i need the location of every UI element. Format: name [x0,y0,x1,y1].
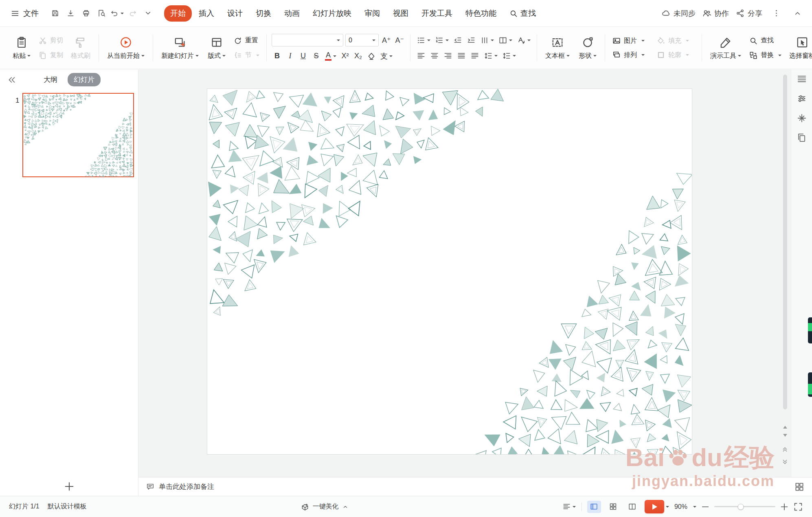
tab-review[interactable]: 审阅 [358,5,386,22]
app-grid-button[interactable] [794,482,805,492]
tab-outline[interactable]: 大纲 [37,73,64,86]
numbered-list-button[interactable] [434,34,450,46]
settings-panel-button[interactable] [797,93,807,104]
line-spacing-button[interactable] [483,50,499,62]
notes-placeholder[interactable]: 单击此处添加备注 [159,482,214,491]
clear-format-button[interactable] [366,50,377,62]
notes-bar[interactable]: 单击此处添加备注 [138,477,812,496]
previous-slide-button[interactable] [781,445,789,453]
save-button[interactable] [48,7,62,20]
zoom-slider[interactable] [714,506,775,507]
slide-sorter-view-button[interactable] [606,501,620,513]
tab-slideshow[interactable]: 幻灯片放映 [307,5,358,22]
play-button[interactable] [645,500,664,513]
layout-button[interactable]: 版式 [204,29,229,66]
tab-slides[interactable]: 幻灯片 [68,73,101,86]
paragraph-layout-button[interactable] [497,34,514,46]
zoom-slider-handle[interactable] [737,504,744,510]
undo-button[interactable] [110,7,124,20]
scroll-up-button[interactable] [783,426,787,429]
resource-panel-button[interactable] [797,132,807,143]
more-options-button[interactable] [769,7,783,20]
print-button[interactable] [79,7,93,20]
text-columns-button[interactable] [479,34,495,46]
notes-toggle-button[interactable] [562,501,576,513]
tab-developer[interactable]: 开发工具 [415,5,459,22]
bold-button[interactable]: B [272,50,283,62]
vertical-scrollbar[interactable] [783,75,788,421]
redo-button[interactable] [125,7,140,20]
slide-canvas[interactable] [207,89,692,454]
paste-button[interactable]: 粘贴 [9,29,34,66]
picture-button[interactable]: 图片 [610,35,652,46]
increase-indent-button[interactable] [465,34,477,46]
reading-view-button[interactable] [625,501,639,513]
find-ribbon-button[interactable]: 查找 [747,35,783,46]
reset-button[interactable]: 重置 [231,35,261,46]
slide-thumbnail[interactable] [22,93,134,177]
replace-button[interactable]: 替换 [747,50,783,61]
collapse-panel-button[interactable] [7,75,17,85]
fill-button[interactable]: 填充 [654,35,697,46]
zoom-in-button[interactable] [779,502,789,512]
presentation-tools-button[interactable]: 演示工具 [707,29,744,66]
play-from-current-button[interactable]: 从当前开始 [104,29,148,66]
scroll-down-button[interactable] [783,434,787,437]
share-button[interactable]: 分享 [735,9,762,18]
justify-button[interactable] [456,50,467,62]
font-family-select[interactable] [272,34,343,46]
tab-design[interactable]: 设计 [221,5,249,22]
font-size-select[interactable]: 0 [345,34,379,46]
paragraph-spacing-button[interactable] [501,50,517,62]
align-left-button[interactable] [415,50,427,62]
tab-home[interactable]: 开始 [164,5,192,22]
design-template-label[interactable]: 默认设计模板 [48,502,87,511]
collapse-ribbon-button[interactable] [790,7,805,20]
shapes-button[interactable]: 形状 [575,29,600,66]
bullet-list-button[interactable] [415,34,432,46]
tab-animation[interactable]: 动画 [278,5,306,22]
fit-to-window-button[interactable] [793,502,803,512]
tab-special-features[interactable]: 特色功能 [459,5,503,22]
add-slide-button[interactable] [63,480,75,493]
align-right-button[interactable] [442,50,454,62]
underline-button[interactable]: U [298,50,309,62]
decrease-indent-button[interactable] [452,34,463,46]
selection-pane-button[interactable]: 选择窗格 [786,29,812,66]
font-color-button[interactable]: A [324,50,338,62]
tab-insert[interactable]: 插入 [193,5,220,22]
customize-toolbar-button[interactable] [140,7,155,20]
increase-font-size-button[interactable]: A⁺ [381,34,392,46]
sync-status-button[interactable]: 未同步 [661,9,696,18]
subscript-button[interactable]: X₂ [353,50,364,62]
one-click-beautify-button[interactable]: 一键美化 [301,502,349,511]
start-slideshow-button[interactable] [645,500,669,513]
cut-button[interactable]: 剪切 [36,35,65,46]
zoom-out-button[interactable] [700,502,710,512]
normal-view-button[interactable] [587,501,601,513]
strikethrough-button[interactable]: S [311,50,322,62]
collaborate-button[interactable]: 协作 [702,9,729,18]
object-properties-button[interactable] [797,74,807,84]
align-center-button[interactable] [429,50,440,62]
file-menu-button[interactable]: 文件 [7,6,42,21]
next-slide-button[interactable] [781,458,789,466]
animation-panel-button[interactable] [797,113,807,123]
outline-button[interactable]: 轮廓 [654,50,697,60]
copy-button[interactable]: 复制 [36,50,65,61]
text-direction-button[interactable] [516,34,532,46]
zoom-level[interactable]: 90% [674,503,687,510]
tab-view[interactable]: 视图 [387,5,415,22]
find-button[interactable]: 查找 [509,8,536,19]
scrollbar-thumb[interactable] [783,75,787,409]
decrease-font-size-button[interactable]: A⁻ [394,34,406,46]
distribute-text-button[interactable] [469,50,481,62]
italic-button[interactable]: I [285,50,296,62]
tab-transitions[interactable]: 切换 [250,5,277,22]
superscript-button[interactable]: X² [340,50,351,62]
format-painter-button[interactable]: 格式刷 [68,29,94,66]
phonetic-guide-button[interactable]: 支 [379,50,394,62]
print-preview-button[interactable] [94,7,109,20]
section-button[interactable]: 节 [231,50,261,61]
textbox-button[interactable]: 文本框 [542,29,573,66]
